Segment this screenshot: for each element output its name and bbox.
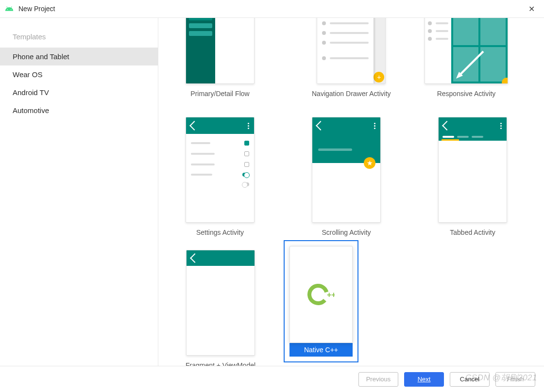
- star-icon: ★: [364, 157, 375, 169]
- template-label: Fragment + ViewModel: [186, 361, 255, 366]
- titlebar: New Project ✕: [0, 0, 544, 17]
- template-label-selected: Native C++: [289, 343, 353, 357]
- template-navigation-drawer[interactable]: + Navigation Drawer Activity: [312, 18, 391, 98]
- dialog-body: Templates Phone and Tablet Wear OS Andro…: [0, 17, 544, 366]
- overflow-icon: [374, 123, 375, 129]
- template-native-cpp[interactable]: ++ Native C++: [284, 240, 358, 362]
- overflow-icon: [500, 123, 502, 129]
- template-responsive[interactable]: Responsive Activity: [425, 18, 508, 98]
- template-label: Navigation Drawer Activity: [312, 90, 391, 98]
- back-arrow-icon: [189, 121, 199, 131]
- sidebar-item-phone-and-tablet[interactable]: Phone and Tablet: [0, 48, 158, 65]
- next-button[interactable]: Next: [404, 372, 444, 387]
- next-button-label: Next: [418, 376, 431, 383]
- template-fragment-viewmodel[interactable]: Fragment + ViewModel: [186, 250, 255, 366]
- close-icon[interactable]: ✕: [524, 1, 539, 16]
- template-settings-activity[interactable]: Settings Activity: [186, 117, 255, 236]
- android-icon: [5, 4, 14, 13]
- template-label: Tabbed Activity: [450, 229, 495, 236]
- back-arrow-icon: [190, 253, 200, 263]
- template-label: Settings Activity: [196, 229, 244, 236]
- cancel-button[interactable]: Cancel: [450, 372, 490, 387]
- template-label: Primary/Detail Flow: [190, 90, 249, 98]
- template-scrolling-activity[interactable]: ★ Scrolling Activity: [312, 117, 381, 236]
- sidebar-item-wear-os[interactable]: Wear OS: [0, 65, 158, 83]
- back-arrow-icon: [442, 121, 452, 131]
- cpp-icon: ++: [307, 281, 335, 308]
- back-arrow-icon: [316, 121, 325, 131]
- button-bar: Previous Next Cancel Finish CSDN @胡刚2021: [0, 366, 544, 392]
- template-tabbed-activity[interactable]: Tabbed Activity: [438, 117, 507, 236]
- sidebar: Templates Phone and Tablet Wear OS Andro…: [0, 18, 158, 366]
- svg-line-0: [459, 51, 483, 76]
- overflow-icon: [248, 123, 249, 129]
- template-label: Scrolling Activity: [322, 229, 371, 236]
- template-grid: Primary/Detail Flow +: [158, 18, 544, 366]
- sidebar-heading: Templates: [0, 29, 158, 48]
- template-label: Responsive Activity: [437, 90, 496, 98]
- template-primary-detail-flow[interactable]: Primary/Detail Flow: [186, 18, 255, 98]
- window-title: New Project: [18, 5, 524, 13]
- finish-button: Finish: [495, 372, 535, 387]
- svg-text:++: ++: [327, 291, 335, 299]
- previous-button: Previous: [358, 372, 398, 387]
- sidebar-item-automotive[interactable]: Automotive: [0, 101, 158, 119]
- sidebar-item-android-tv[interactable]: Android TV: [0, 83, 158, 101]
